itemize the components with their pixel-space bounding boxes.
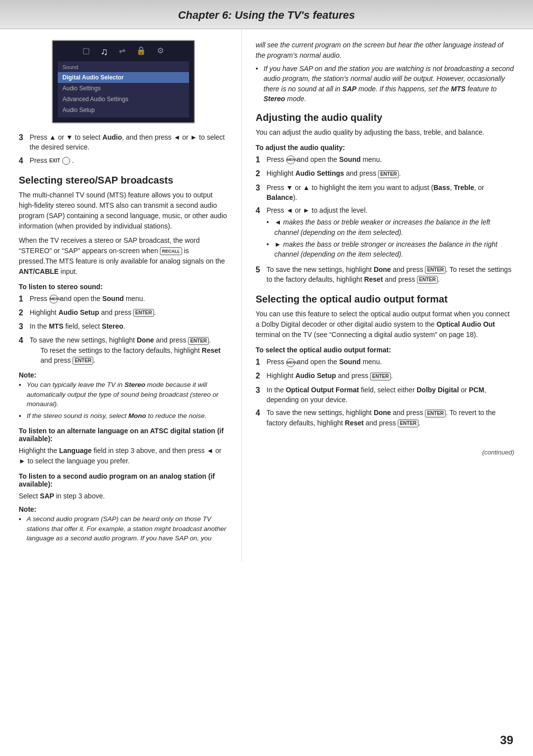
reset-text: To reset the settings to the factory def… bbox=[40, 345, 228, 366]
adjust-step-num-5: 5 bbox=[256, 264, 266, 285]
adj-bullet-text-1: ◄ makes the bass or treble weaker or inc… bbox=[274, 217, 514, 237]
listen-step-num-4: 4 bbox=[19, 335, 30, 367]
tv-menu-icon-bar: ▢ ♫ ⇌ 🔒 ⚙ bbox=[58, 46, 189, 57]
section-audio-quality-title: Adjusting the audio quality bbox=[256, 112, 514, 123]
optical-step-num-2: 2 bbox=[256, 370, 266, 381]
adjust-step-5: 5 To save the new settings, highlight Do… bbox=[256, 265, 514, 285]
right-bullet-dot-1: • bbox=[256, 64, 264, 104]
enter-badge-8: ENTER bbox=[425, 410, 446, 417]
bullet-1: • bbox=[19, 380, 27, 409]
right-bullet-text-1: If you have SAP on and the station you a… bbox=[264, 64, 514, 104]
adjust-step-1-content: Press MENU and open the Sound menu. bbox=[266, 154, 514, 165]
menu-badge-2: MENU bbox=[286, 155, 295, 164]
listen-step-1-content: Press MENU and open the Sound menu. bbox=[30, 294, 228, 304]
note-block-1: Note: • You can typically leave the TV i… bbox=[19, 371, 228, 421]
adj-bullet-dot-1: • bbox=[266, 217, 274, 237]
enter-badge-5: ENTER bbox=[425, 266, 446, 274]
listen-step-4: 4 To save the new settings, highlight Do… bbox=[19, 335, 228, 367]
adj-bullet-text-2: ► makes the bass or treble stronger or i… bbox=[274, 239, 514, 260]
tv-icon-sound: ♫ bbox=[101, 46, 108, 57]
section-stereo-title: Selecting stereo/SAP broadcasts bbox=[19, 174, 228, 186]
optical-step-4: 4 To save the new settings, highlight Do… bbox=[256, 408, 514, 428]
content-area: ▢ ♫ ⇌ 🔒 ⚙ Sound Digital Audio Selector A… bbox=[0, 29, 533, 562]
optical-step-2-content: Highlight Audio Setup and press ENTER. bbox=[266, 371, 514, 381]
chapter-title: Chapter 6: Using the TV's features bbox=[0, 9, 533, 22]
step-3-content: Press ▲ or ▼ to select Audio, and then p… bbox=[30, 132, 228, 152]
adjust-step-3: 3 Press ▼ or ▲ to highlight the item you… bbox=[256, 183, 514, 203]
adjust-step-1: 1 Press MENU and open the Sound menu. bbox=[256, 154, 514, 165]
optical-step-num-1: 1 bbox=[256, 356, 266, 368]
menu-badge-3: MENU bbox=[286, 358, 295, 367]
note-block-2: Note: • A second audio program (SAP) can… bbox=[19, 505, 228, 543]
section2-body: You can adjust the audio quality by adju… bbox=[256, 127, 514, 138]
step-3: 3 Press ▲ or ▼ to select Audio, and then… bbox=[19, 132, 228, 152]
right-bullet-list: • If you have SAP on and the station you… bbox=[256, 64, 514, 104]
adjust-step-4-content: Press ◄ or ► to adjust the level. • ◄ ma… bbox=[266, 205, 514, 261]
right-column: will see the current program on the scre… bbox=[242, 29, 533, 562]
page-header: Chapter 6: Using the TV's features bbox=[0, 0, 533, 29]
recall-badge: RECALL bbox=[160, 247, 182, 255]
listen-step-4-content: To save the new settings, highlight Done… bbox=[30, 335, 228, 367]
optical-step-1-content: Press MENU and open the Sound menu. bbox=[266, 357, 514, 368]
adjust-step-3-content: Press ▼ or ▲ to highlight the item you w… bbox=[266, 183, 514, 203]
tv-icon-3: ⇌ bbox=[119, 46, 125, 57]
alternate-lang-text: Highlight the Language field in step 3 a… bbox=[19, 446, 228, 466]
exit-circle bbox=[62, 157, 70, 165]
listen-step-num-3: 3 bbox=[19, 321, 30, 332]
section1-body2: When the TV receives a stereo or SAP bro… bbox=[19, 235, 228, 277]
listen-stereo-steps: 1 Press MENU and open the Sound menu. 2 … bbox=[19, 294, 228, 367]
step-num-3: 3 bbox=[19, 132, 30, 152]
listen-step-1: 1 Press MENU and open the Sound menu. bbox=[19, 294, 228, 304]
step-4-content: Press EXIT . bbox=[30, 155, 228, 166]
note-item-2: • If the stereo sound is noisy, select M… bbox=[19, 411, 228, 421]
right-continuation: will see the current program on the scre… bbox=[256, 40, 514, 61]
adjust-step-num-3: 3 bbox=[256, 182, 266, 203]
section3-body: You can use this feature to select the o… bbox=[256, 309, 514, 340]
alternate-lang-title: To listen to an alternate language on an… bbox=[19, 427, 228, 443]
adjust-quality-title: To adjust the audio quality: bbox=[256, 144, 514, 151]
enter-badge-9: ENTER bbox=[398, 419, 419, 427]
tv-icon-1: ▢ bbox=[82, 46, 90, 57]
enter-badge-4: ENTER bbox=[378, 170, 399, 178]
note-item-3: • A second audio program (SAP) can be he… bbox=[19, 514, 228, 543]
optical-step-3-content: In the Optical Output Format field, sele… bbox=[266, 385, 514, 405]
optical-title: To select the optical audio output forma… bbox=[256, 346, 514, 354]
step-num-4: 4 bbox=[19, 155, 30, 166]
listen-step-3-content: In the MTS field, select Stereo. bbox=[30, 321, 228, 332]
optical-step-4-content: To save the new settings, highlight Done… bbox=[266, 408, 514, 428]
exit-badge: EXIT bbox=[49, 157, 60, 165]
adjust-step-num-4: 4 bbox=[256, 205, 266, 261]
adjust-step-num-2: 2 bbox=[256, 168, 266, 179]
listen-step-2-content: Highlight Audio Setup and press ENTER. bbox=[30, 307, 228, 318]
left-column: ▢ ♫ ⇌ 🔒 ⚙ Sound Digital Audio Selector A… bbox=[0, 29, 242, 562]
optical-step-num-3: 3 bbox=[256, 384, 266, 405]
tv-menu-item-3: Audio Setup bbox=[58, 105, 189, 115]
note-text-1: You can typically leave the TV in Stereo… bbox=[27, 380, 228, 409]
adjust-step-num-1: 1 bbox=[256, 154, 266, 165]
note-item-1: • You can typically leave the TV in Ster… bbox=[19, 380, 228, 409]
tv-menu-item-1: Audio Settings bbox=[58, 83, 189, 94]
second-audio-title: To listen to a second audio program on a… bbox=[19, 472, 228, 488]
enter-badge-2: ENTER bbox=[188, 337, 209, 345]
listen-step-num-1: 1 bbox=[19, 293, 30, 304]
adj-bullet-dot-2: • bbox=[266, 239, 274, 260]
step-4: 4 Press EXIT . bbox=[19, 155, 228, 166]
enter-badge-6: ENTER bbox=[417, 276, 438, 284]
tv-menu-item-2: Advanced Audio Settings bbox=[58, 94, 189, 105]
note-text-3: A second audio program (SAP) can be hear… bbox=[27, 514, 228, 543]
note-label-1: Note: bbox=[19, 371, 228, 379]
optical-step-3: 3 In the Optical Output Format field, se… bbox=[256, 385, 514, 405]
tv-menu-items: Sound Digital Audio Selector Audio Setti… bbox=[58, 61, 189, 117]
bullet-3: • bbox=[19, 514, 27, 543]
enter-badge-1: ENTER bbox=[133, 309, 154, 317]
continued-text: (continued) bbox=[482, 449, 514, 456]
note-label-2: Note: bbox=[19, 505, 228, 513]
tv-icon-4: 🔒 bbox=[136, 46, 146, 57]
tv-icon-5: ⚙ bbox=[157, 46, 164, 57]
footer-area: (continued) bbox=[256, 448, 514, 456]
tv-menu-item-0: Digital Audio Selector bbox=[58, 72, 189, 83]
adjust-step-2: 2 Highlight Audio Settings and press ENT… bbox=[256, 168, 514, 179]
section-optical-title: Selecting the optical audio output forma… bbox=[256, 293, 514, 305]
adjust-bullet-2: • ► makes the bass or treble stronger or… bbox=[266, 239, 514, 260]
listen-step-2: 2 Highlight Audio Setup and press ENTER. bbox=[19, 307, 228, 318]
